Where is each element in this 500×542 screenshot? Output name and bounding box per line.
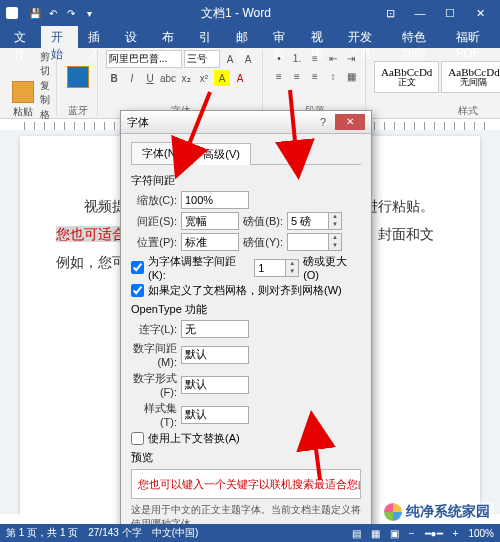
align-right-icon[interactable]: ≡	[307, 68, 323, 84]
zoom-in-icon[interactable]: +	[453, 528, 459, 539]
tab-dev[interactable]: 开发工具	[338, 26, 392, 48]
font-size-select[interactable]: 三号	[184, 50, 220, 68]
indent-inc-icon[interactable]: ⇥	[343, 50, 359, 66]
view-read-icon[interactable]: ▤	[352, 528, 361, 539]
close-icon[interactable]: ✕	[466, 7, 494, 20]
ligatures-select[interactable]: 无	[181, 320, 249, 338]
window-title: 文档1 - Word	[96, 5, 376, 22]
zoom-out-icon[interactable]: −	[409, 528, 415, 539]
bullets-icon[interactable]: •	[271, 50, 287, 66]
tab-file[interactable]: 文件	[4, 26, 41, 48]
numform-label: 数字形式(F):	[131, 371, 177, 398]
indent-dec-icon[interactable]: ⇤	[325, 50, 341, 66]
undo-icon[interactable]: ↶	[46, 6, 60, 20]
tab-view[interactable]: 视图	[301, 26, 338, 48]
view-web-icon[interactable]: ▣	[390, 528, 399, 539]
superscript-icon[interactable]: x²	[196, 70, 212, 86]
line-spacing-icon[interactable]: ↕	[325, 68, 341, 84]
group-styles-label: 样式	[374, 104, 500, 116]
scale-select[interactable]: 100%	[181, 191, 249, 209]
strike-icon[interactable]: abc	[160, 70, 176, 86]
position-pt-value[interactable]	[287, 233, 329, 251]
spinner-arrows-icon[interactable]: ▲▼	[286, 259, 299, 277]
multilevel-icon[interactable]: ≡	[307, 50, 323, 66]
shading-icon[interactable]: ▦	[343, 68, 359, 84]
tab-ref[interactable]: 引用	[189, 26, 226, 48]
tab-pdf[interactable]: 福昕PDF	[446, 26, 500, 48]
position-select[interactable]: 标准	[181, 233, 239, 251]
watermark-logo-icon	[384, 503, 402, 521]
numform-select[interactable]: 默认	[181, 376, 249, 394]
dialog-titlebar[interactable]: 字体 ? ✕	[121, 111, 371, 134]
tab-home[interactable]: 开始	[41, 26, 78, 48]
subscript-icon[interactable]: x₂	[178, 70, 194, 86]
spacing-select[interactable]: 宽幅	[181, 212, 239, 230]
bold-icon[interactable]: B	[106, 70, 122, 86]
snap-grid-checkbox[interactable]	[131, 284, 144, 297]
save-icon[interactable]: 💾	[28, 6, 42, 20]
bluetooth-button[interactable]	[65, 64, 91, 90]
tab-special[interactable]: 特色功能	[392, 26, 446, 48]
status-words[interactable]: 27/143 个字	[88, 526, 141, 540]
font-family-select[interactable]: 阿里巴巴普...	[106, 50, 182, 68]
styleset-label: 样式集(T):	[131, 401, 177, 428]
style-normal[interactable]: AaBbCcDd 正文	[374, 61, 439, 93]
cut-button[interactable]: 剪切	[40, 50, 50, 78]
tab-insert[interactable]: 插入	[78, 26, 115, 48]
kerning-value[interactable]: 1	[254, 259, 286, 277]
grow-font-icon[interactable]: A	[222, 51, 238, 67]
group-styles: AaBbCcDd 正文 AaBbCcDd 无间隔 AaBl 标题 1 样式	[368, 50, 500, 116]
status-lang[interactable]: 中文(中国)	[152, 526, 199, 540]
spinner-arrows-icon[interactable]: ▲▼	[329, 233, 342, 251]
paste-button[interactable]: 粘贴	[10, 79, 36, 121]
align-center-icon[interactable]: ≡	[289, 68, 305, 84]
qat-more-icon[interactable]: ▾	[82, 6, 96, 20]
spinner-arrows-icon[interactable]: ▲▼	[329, 212, 342, 230]
tab-design[interactable]: 设计	[115, 26, 152, 48]
tab-mail[interactable]: 邮件	[226, 26, 263, 48]
spacing-pt-spinner[interactable]: 5 磅 ▲▼	[287, 212, 342, 230]
copy-button[interactable]: 复制	[40, 79, 50, 107]
minimize-icon[interactable]: —	[406, 7, 434, 20]
position-pt-spinner[interactable]: ▲▼	[287, 233, 342, 251]
align-left-icon[interactable]: ≡	[271, 68, 287, 84]
style-nospacing[interactable]: AaBbCcDd 无间隔	[441, 61, 500, 93]
status-bar: 第 1 页，共 1 页 27/143 个字 中文(中国) ▤ ▦ ▣ − ━●━…	[0, 524, 500, 542]
numbering-icon[interactable]: 1.	[289, 50, 305, 66]
kerning-checkbox[interactable]	[131, 261, 144, 274]
font-color-icon[interactable]: A	[232, 70, 248, 86]
shrink-font-icon[interactable]: A	[240, 51, 256, 67]
titlebar: 💾 ↶ ↷ ▾ 文档1 - Word ⊡ — ☐ ✕	[0, 0, 500, 26]
italic-icon[interactable]: I	[124, 70, 140, 86]
position-label: 位置(P):	[131, 235, 177, 250]
zoom-level[interactable]: 100%	[468, 528, 494, 539]
font-tab[interactable]: 字体(N)	[131, 142, 190, 164]
zoom-slider[interactable]: ━●━	[425, 528, 443, 539]
dialog-close-icon[interactable]: ✕	[335, 114, 365, 130]
redo-icon[interactable]: ↷	[64, 6, 78, 20]
advanced-tab[interactable]: 高级(V)	[192, 143, 251, 165]
numspacing-select[interactable]: 默认	[181, 346, 249, 364]
ribbon-options-icon[interactable]: ⊡	[376, 7, 404, 20]
style-name: 正文	[398, 78, 416, 88]
context-alt-checkbox[interactable]	[131, 432, 144, 445]
spacing-label: 间距(S):	[131, 214, 177, 229]
maximize-icon[interactable]: ☐	[436, 7, 464, 20]
styleset-select[interactable]: 默认	[181, 406, 249, 424]
view-print-icon[interactable]: ▦	[371, 528, 380, 539]
spacing-pt-value[interactable]: 5 磅	[287, 212, 329, 230]
help-icon[interactable]: ?	[313, 116, 333, 128]
ligatures-label: 连字(L):	[131, 322, 177, 337]
status-page[interactable]: 第 1 页，共 1 页	[6, 526, 78, 540]
highlight-icon[interactable]: A	[214, 70, 230, 86]
group-paragraph: • 1. ≡ ⇤ ⇥ ≡ ≡ ≡ ↕ ▦ 段落	[265, 50, 366, 116]
tab-layout[interactable]: 布局	[152, 26, 189, 48]
kerning-spinner[interactable]: 1 ▲▼	[254, 259, 299, 277]
underline-icon[interactable]: U	[142, 70, 158, 86]
ribbon: 粘贴 剪切 复制 格式刷 剪贴板 蓝牙 阿里巴巴普...	[0, 48, 500, 119]
tab-review[interactable]: 审阅	[263, 26, 300, 48]
paste-icon	[12, 81, 34, 103]
scale-label: 缩放(C):	[131, 193, 177, 208]
group-font: 阿里巴巴普... 三号 A A B I U abc x₂ x² A A 字体	[100, 50, 263, 116]
ribbon-tabs: 文件 开始 插入 设计 布局 引用 邮件 审阅 视图 开发工具 特色功能 福昕P…	[0, 26, 500, 48]
